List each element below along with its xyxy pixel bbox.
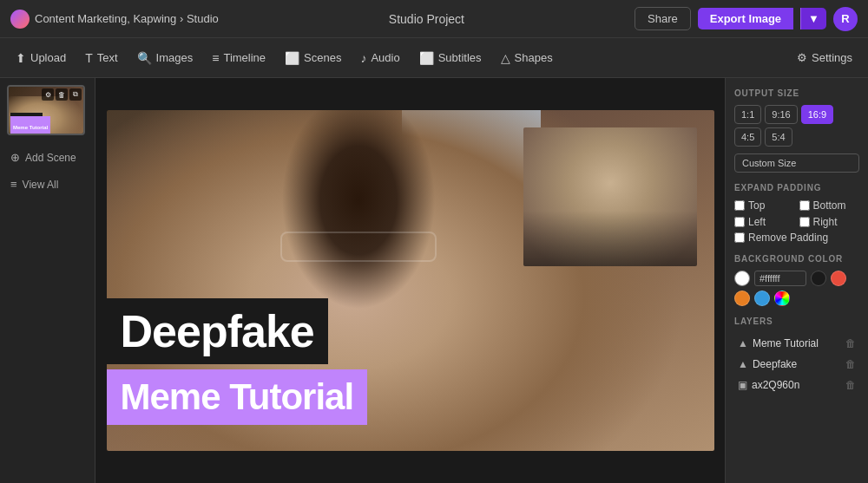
title-text-overlay[interactable]: Deepfake bbox=[107, 298, 328, 364]
bg-color-title: BACKGROUND COLOR bbox=[734, 254, 859, 264]
toolbar-scenes[interactable]: ⬜ Scenes bbox=[276, 46, 350, 70]
scenes-icon: ⬜ bbox=[285, 51, 299, 65]
padding-right-checkbox[interactable] bbox=[799, 217, 810, 227]
add-scene-icon: ⊕ bbox=[10, 151, 20, 164]
size-buttons: 1:1 9:16 16:9 4:5 5:4 bbox=[734, 105, 859, 147]
padding-top-checkbox[interactable] bbox=[734, 200, 745, 211]
padding-left-option[interactable]: Left bbox=[734, 216, 795, 228]
toolbar-subtitles[interactable]: ⬜ Subtitles bbox=[411, 46, 490, 70]
size-5-4[interactable]: 5:4 bbox=[765, 127, 792, 147]
toolbar-shapes[interactable]: △ Shapes bbox=[492, 46, 562, 70]
pip-video[interactable] bbox=[523, 127, 697, 266]
output-size-title: OUTPUT SIZE bbox=[734, 88, 859, 98]
subtitles-icon: ⬜ bbox=[419, 51, 434, 65]
toolbar-upload[interactable]: ⬆ Upload bbox=[7, 46, 75, 70]
images-icon: 🔍 bbox=[137, 51, 152, 65]
canvas-area: Deepfake Meme Tutorial bbox=[95, 78, 725, 483]
layer-image-icon: ▣ bbox=[738, 379, 747, 391]
padding-bottom-checkbox[interactable] bbox=[799, 200, 810, 211]
topbar: Content Marketing, Kapwing › Studio Stud… bbox=[0, 0, 868, 38]
view-all-button[interactable]: ≡ View All bbox=[7, 173, 88, 196]
timeline-icon: ≡ bbox=[212, 51, 219, 65]
size-4-5[interactable]: 4:5 bbox=[734, 127, 761, 147]
layer-delete-icon[interactable]: 🗑 bbox=[845, 379, 856, 391]
scene-duplicate-icon[interactable]: ⧉ bbox=[69, 88, 82, 101]
project-title: Studio Project bbox=[389, 12, 464, 26]
topbar-right: Share Export Image ▼ R bbox=[635, 7, 858, 31]
sidebar: Deepfake Meme Tutorial ⚙ 🗑 ⧉ ⊕ Add Scene… bbox=[0, 78, 95, 483]
scene-thumb-container: Deepfake Meme Tutorial ⚙ 🗑 ⧉ bbox=[7, 85, 88, 139]
size-9-16[interactable]: 9:16 bbox=[765, 105, 797, 124]
size-1-1[interactable]: 1:1 bbox=[734, 105, 761, 124]
scene-delete-icon[interactable]: 🗑 bbox=[56, 88, 68, 101]
export-dropdown-button[interactable]: ▼ bbox=[800, 8, 826, 29]
color-row bbox=[734, 271, 859, 306]
share-button[interactable]: Share bbox=[635, 7, 691, 30]
right-panel: OUTPUT SIZE 1:1 9:16 16:9 4:5 5:4 Custom… bbox=[725, 78, 868, 483]
expand-padding-title: EXPAND PADDING bbox=[734, 183, 859, 193]
layer-deepfake: Deepfake bbox=[753, 358, 797, 370]
glasses-overlay bbox=[280, 232, 437, 262]
layer-meme-tutorial: Meme Tutorial bbox=[753, 337, 819, 349]
layer-text-icon: ▲ bbox=[738, 358, 748, 370]
layer-item[interactable]: ▣ ax2Q960n 🗑 bbox=[734, 375, 859, 395]
subtitle-text-overlay[interactable]: Meme Tutorial bbox=[107, 369, 368, 425]
toolbar-settings[interactable]: ⚙ Settings bbox=[788, 46, 861, 69]
layers-title: LAYERS bbox=[734, 317, 859, 326]
layer-ax2q960n: ax2Q960n bbox=[752, 379, 799, 391]
color-swatch-white[interactable] bbox=[734, 271, 750, 286]
main-layout: Deepfake Meme Tutorial ⚙ 🗑 ⧉ ⊕ Add Scene… bbox=[0, 78, 868, 483]
add-scene-button[interactable]: ⊕ Add Scene bbox=[7, 146, 88, 169]
color-swatch-blue[interactable] bbox=[754, 290, 770, 306]
remove-padding-option[interactable]: Remove Padding bbox=[734, 232, 859, 244]
scene-thumbnail[interactable]: Deepfake Meme Tutorial ⚙ 🗑 ⧉ bbox=[7, 85, 85, 135]
custom-size-button[interactable]: Custom Size bbox=[734, 153, 859, 173]
brand-logo bbox=[10, 10, 30, 29]
bg-color-section: BACKGROUND COLOR bbox=[734, 254, 859, 306]
audio-icon: ♪ bbox=[360, 51, 366, 65]
layer-item[interactable]: ▲ Deepfake 🗑 bbox=[734, 354, 859, 375]
pip-gradient bbox=[523, 211, 697, 266]
text-icon: T bbox=[85, 51, 93, 65]
toolbar-timeline[interactable]: ≡ Timeline bbox=[203, 46, 274, 70]
remove-padding-checkbox[interactable] bbox=[734, 232, 745, 243]
layer-item[interactable]: ▲ Meme Tutorial 🗑 bbox=[734, 333, 859, 354]
layer-item-left: ▲ Deepfake bbox=[738, 358, 797, 370]
canvas[interactable]: Deepfake Meme Tutorial bbox=[107, 110, 714, 451]
toolbar: ⬆ Upload T Text 🔍 Images ≡ Timeline ⬜ Sc… bbox=[0, 38, 868, 78]
color-hex-input[interactable] bbox=[754, 271, 806, 286]
padding-left-checkbox[interactable] bbox=[734, 217, 745, 227]
settings-icon: ⚙ bbox=[797, 51, 807, 64]
padding-bottom-option[interactable]: Bottom bbox=[799, 199, 860, 212]
color-swatch-red[interactable] bbox=[831, 271, 846, 286]
breadcrumb: Content Marketing, Kapwing › Studio bbox=[35, 12, 219, 25]
toolbar-audio[interactable]: ♪ Audio bbox=[352, 46, 408, 70]
topbar-left: Content Marketing, Kapwing › Studio bbox=[10, 10, 219, 29]
layer-text-icon: ▲ bbox=[738, 337, 748, 349]
color-swatch-black[interactable] bbox=[811, 271, 826, 286]
layer-delete-icon[interactable]: 🗑 bbox=[845, 337, 856, 349]
layers-section: LAYERS ▲ Meme Tutorial 🗑 ▲ Deepfake 🗑 ▣ … bbox=[734, 317, 859, 395]
layer-item-left: ▲ Meme Tutorial bbox=[738, 337, 819, 349]
size-16-9[interactable]: 16:9 bbox=[801, 105, 833, 124]
export-button[interactable]: Export Image bbox=[698, 8, 793, 29]
scene-settings-icon[interactable]: ⚙ bbox=[42, 88, 54, 101]
color-swatch-rainbow[interactable] bbox=[774, 290, 790, 306]
layer-item-left: ▣ ax2Q960n bbox=[738, 379, 799, 391]
padding-grid: Top Bottom Left Right bbox=[734, 199, 859, 228]
toolbar-text[interactable]: T Text bbox=[76, 46, 126, 70]
color-swatch-orange[interactable] bbox=[734, 290, 750, 306]
avatar[interactable]: R bbox=[833, 7, 858, 31]
padding-top-option[interactable]: Top bbox=[734, 199, 795, 212]
toolbar-images[interactable]: 🔍 Images bbox=[128, 46, 202, 70]
layer-delete-icon[interactable]: 🗑 bbox=[845, 358, 856, 370]
padding-right-option[interactable]: Right bbox=[799, 216, 860, 228]
shapes-icon: △ bbox=[501, 51, 510, 65]
view-all-icon: ≡ bbox=[10, 178, 17, 191]
upload-icon: ⬆ bbox=[16, 51, 26, 65]
